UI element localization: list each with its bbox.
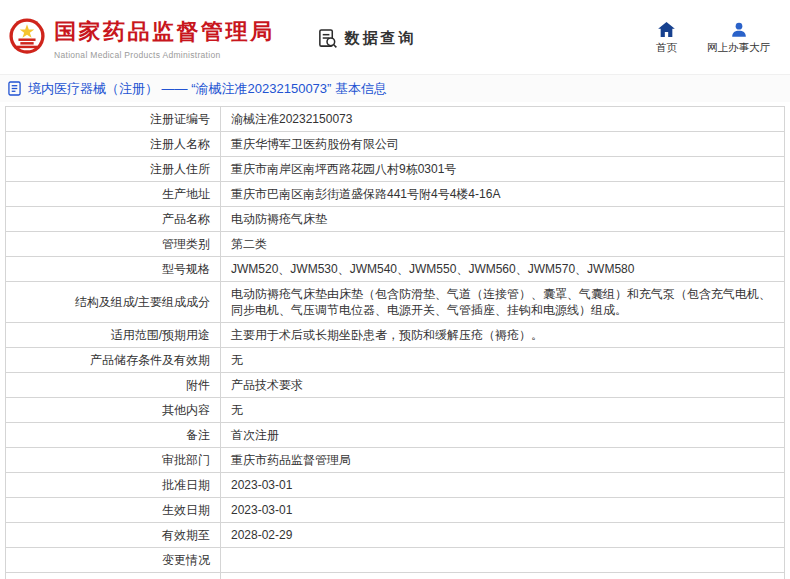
field-label: 产品储存条件及有效期: [6, 348, 221, 373]
field-value: 主要用于术后或长期坐卧患者，预防和缓解压疮（褥疮）。: [221, 323, 785, 348]
page-title: 境内医疗器械（注册） —— “渝械注准20232150073” 基本信息: [28, 80, 387, 98]
row-product-name: 产品名称 电动防褥疮气床垫: [6, 207, 785, 232]
field-label: 变更情况: [6, 548, 221, 573]
row-expiry-date: 有效期至 2028-02-29: [6, 523, 785, 548]
row-management-class: 管理类别 第二类: [6, 232, 785, 257]
field-value: 首次注册: [221, 423, 785, 448]
row-other-content: 其他内容 无: [6, 398, 785, 423]
field-label: 注册证编号: [6, 107, 221, 132]
document-icon: [8, 81, 21, 96]
field-value: 重庆市南岸区南坪西路花园八村9栋0301号: [221, 157, 785, 182]
field-value: 无: [221, 348, 785, 373]
field-label: 管理类别: [6, 232, 221, 257]
breadcrumb: 境内医疗器械（注册） —— “渝械注准20232150073” 基本信息: [0, 74, 790, 102]
field-value: 重庆华博军卫医药股份有限公司: [221, 132, 785, 157]
home-icon: [658, 22, 675, 37]
row-model-spec: 型号规格 JWM520、JWM530、JWM540、JWM550、JWM560、…: [6, 257, 785, 282]
field-label: 生产地址: [6, 182, 221, 207]
registration-info-table: 注册证编号 渝械注准20232150073 注册人名称 重庆华博军卫医药股份有限…: [5, 106, 785, 579]
field-value: 产品技术要求: [221, 373, 785, 398]
header-nav: 首页 网上办事大厅: [656, 22, 770, 55]
row-attachment: 附件 产品技术要求: [6, 373, 785, 398]
row-storage-validity: 产品储存条件及有效期 无: [6, 348, 785, 373]
field-value: 电动防褥疮气床垫由床垫（包含防滑垫、气道（连接管）、囊罩、气囊组）和充气泵（包含…: [221, 282, 785, 323]
field-value: 重庆市巴南区南彭街道盛保路441号附4号4楼4-16A: [221, 182, 785, 207]
row-registrant-name: 注册人名称 重庆华博军卫医药股份有限公司: [6, 132, 785, 157]
field-label: 注册人名称: [6, 132, 221, 157]
nav-item-home[interactable]: 首页: [656, 22, 677, 55]
field-value: JWM520、JWM530、JWM540、JWM550、JWM560、JWM57…: [221, 257, 785, 282]
nav-label-home: 首页: [656, 41, 677, 55]
field-value: 第二类: [221, 232, 785, 257]
national-emblem-logo[interactable]: [8, 15, 46, 61]
field-value: [221, 548, 785, 573]
nav-item-service-hall[interactable]: 网上办事大厅: [707, 22, 770, 55]
row-approval-dept: 审批部门 重庆市药品监督管理局: [6, 448, 785, 473]
row-remark: 备注 首次注册: [6, 423, 785, 448]
field-label: 审批部门: [6, 448, 221, 473]
field-value: 重庆市药品监督管理局: [221, 448, 785, 473]
page-header: 国家药品监督管理局 National Medical Products Admi…: [0, 0, 790, 74]
field-label: 附件: [6, 373, 221, 398]
row-structure-composition: 结构及组成/主要组成成分 电动防褥疮气床垫由床垫（包含防滑垫、气道（连接管）、囊…: [6, 282, 785, 323]
document-search-icon: [317, 28, 338, 49]
field-value: 电动防褥疮气床垫: [221, 207, 785, 232]
org-title-en: National Medical Products Administration: [54, 50, 275, 60]
field-value: 渝械注准20232150073: [221, 107, 785, 132]
nav-label-service-hall: 网上办事大厅: [707, 41, 770, 55]
row-cert-number: 注册证编号 渝械注准20232150073: [6, 107, 785, 132]
org-title-cn: 国家药品监督管理局: [54, 17, 275, 47]
field-value: 无: [221, 398, 785, 423]
row-change-info: 变更情况: [6, 548, 785, 573]
field-label: 其他内容: [6, 398, 221, 423]
row-note: 注 详情: [6, 573, 785, 579]
field-value: 2023-03-01: [221, 473, 785, 498]
row-intended-use: 适用范围/预期用途 主要用于术后或长期坐卧患者，预防和缓解压疮（褥疮）。: [6, 323, 785, 348]
field-label: 备注: [6, 423, 221, 448]
field-label: 生效日期: [6, 498, 221, 523]
row-production-address: 生产地址 重庆市巴南区南彭街道盛保路441号附4号4楼4-16A: [6, 182, 785, 207]
field-value: 详情: [221, 573, 785, 579]
field-label: 适用范围/预期用途: [6, 323, 221, 348]
field-label: 产品名称: [6, 207, 221, 232]
row-effective-date: 生效日期 2023-03-01: [6, 498, 785, 523]
emblem-icon: [8, 15, 46, 61]
field-value: 2023-03-01: [221, 498, 785, 523]
registration-info-table-wrap: 注册证编号 渝械注准20232150073 注册人名称 重庆华博军卫医药股份有限…: [5, 106, 785, 579]
field-label: 注册人住所: [6, 157, 221, 182]
field-label: 结构及组成/主要组成成分: [6, 282, 221, 323]
field-label: 批准日期: [6, 473, 221, 498]
data-query-label: 数据查询: [345, 29, 417, 48]
field-label: 有效期至: [6, 523, 221, 548]
row-registrant-address: 注册人住所 重庆市南岸区南坪西路花园八村9栋0301号: [6, 157, 785, 182]
field-value: 2028-02-29: [221, 523, 785, 548]
person-icon: [731, 22, 747, 37]
org-title-block: 国家药品监督管理局 National Medical Products Admi…: [54, 17, 275, 60]
field-label: 型号规格: [6, 257, 221, 282]
row-approval-date: 批准日期 2023-03-01: [6, 473, 785, 498]
field-label: 注: [6, 573, 221, 579]
data-query-tab[interactable]: 数据查询: [317, 28, 417, 49]
